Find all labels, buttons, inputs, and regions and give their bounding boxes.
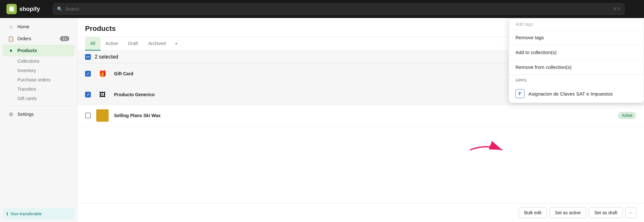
sidebar-label-products: Products: [17, 48, 37, 53]
search-shortcut: ⌘ K: [613, 7, 620, 11]
product-thumb-ski-wax: [96, 109, 109, 122]
apps-section-label: APPS: [509, 75, 644, 85]
add-tags-label: Add tags: [515, 22, 533, 27]
dropdown-item-app[interactable]: F Asignacion de Claves SAT e Impuestos: [509, 85, 644, 103]
dropdown-item-add-collection[interactable]: Add to collection(s): [509, 45, 644, 60]
dropdown-item-remove-tags[interactable]: Remove tags: [509, 30, 644, 45]
sidebar-label-orders: Orders: [17, 36, 31, 41]
status-badge-ski-wax: Active: [618, 112, 636, 119]
gift-cards-label: Gift cards: [17, 96, 37, 101]
app-icon-letter: F: [519, 91, 522, 96]
search-input[interactable]: [65, 6, 610, 12]
tab-add-button[interactable]: +: [171, 38, 182, 49]
products-icon: ●: [8, 47, 14, 54]
arrow-indicator: [467, 140, 505, 161]
main-layout: ⌂ Home 📋 Orders 11 ● Products Collection…: [0, 18, 644, 222]
selected-count: 2 selected: [95, 54, 118, 60]
product-name-ski-wax[interactable]: Selling Plans Ski Wax: [114, 113, 613, 118]
product-thumb-gift-card: 🎁: [96, 67, 109, 80]
app-item-label: Asignacion de Claves SAT e Impuestos: [528, 91, 613, 97]
sidebar-label-home: Home: [17, 24, 29, 29]
topbar: shopify 🔍 ⌘ K: [0, 0, 644, 18]
shopify-logo: shopify: [6, 4, 40, 14]
remove-collection-label: Remove from collection(s): [515, 64, 572, 70]
sidebar-item-gift-cards[interactable]: Gift cards: [3, 94, 74, 103]
remove-tags-label: Remove tags: [515, 35, 544, 40]
product-checkbox-generico[interactable]: [85, 92, 91, 97]
non-transferable-label: Non-transferable: [11, 211, 42, 216]
dropdown-menu: Add tags Remove tags Add to collection(s…: [509, 18, 644, 103]
settings-label: Settings: [17, 112, 34, 117]
sidebar-bottom: ℹ Non-transferable: [0, 206, 77, 222]
sidebar-item-orders[interactable]: 📋 Orders 11: [3, 33, 74, 44]
inventory-label: Inventory: [17, 68, 36, 73]
sidebar-item-home[interactable]: ⌂ Home: [3, 21, 74, 32]
set-active-button[interactable]: Set as active: [550, 207, 586, 218]
info-icon: ℹ: [6, 211, 8, 216]
tab-active[interactable]: Active: [101, 37, 123, 51]
more-options-button[interactable]: ···: [625, 207, 636, 218]
non-transferable-banner: ℹ Non-transferable: [3, 208, 74, 219]
sidebar-item-inventory[interactable]: Inventory: [3, 66, 74, 75]
content-area: Products All Active Draft Archived + 2 s…: [77, 18, 644, 222]
app-icon: F: [515, 89, 524, 98]
action-bar: Bulk edit Set as active Set as draft ···: [77, 203, 644, 222]
tab-all[interactable]: All: [85, 37, 101, 51]
set-draft-button[interactable]: Set as draft: [589, 207, 623, 218]
orders-badge: 11: [60, 36, 69, 41]
home-icon: ⌂: [8, 23, 14, 30]
tab-draft[interactable]: Draft: [123, 37, 143, 51]
sidebar-nav: ⌂ Home 📋 Orders 11 ● Products Collection…: [0, 18, 77, 206]
product-checkbox-ski-wax[interactable]: [85, 113, 91, 118]
collections-label: Collections: [17, 59, 39, 64]
table-row: Selling Plans Ski Wax Active: [77, 105, 644, 126]
sidebar-item-purchase-orders[interactable]: Purchase orders: [3, 75, 74, 84]
bulk-edit-button[interactable]: Bulk edit: [519, 207, 547, 218]
sidebar-divider: [5, 106, 72, 106]
shopify-logo-icon: [6, 4, 17, 14]
dropdown-item-add-tags[interactable]: Add tags: [509, 18, 644, 30]
settings-icon: ⚙: [8, 111, 14, 117]
purchase-orders-label: Purchase orders: [17, 77, 51, 82]
search-icon: 🔍: [57, 6, 62, 12]
product-thumb-generico: 🖼: [96, 88, 109, 101]
sidebar-item-collections[interactable]: Collections: [3, 57, 74, 66]
logo-text: shopify: [19, 6, 40, 13]
select-all-checkbox[interactable]: [85, 54, 91, 60]
transfers-label: Transfers: [17, 87, 36, 92]
tab-archived[interactable]: Archived: [143, 37, 171, 51]
orders-icon: 📋: [8, 35, 14, 42]
sidebar-item-settings[interactable]: ⚙ Settings: [3, 108, 74, 120]
dropdown-item-remove-collection[interactable]: Remove from collection(s): [509, 60, 644, 75]
sidebar-item-products[interactable]: ● Products: [3, 45, 74, 56]
product-checkbox-gift-card[interactable]: [85, 71, 91, 77]
add-collection-label: Add to collection(s): [515, 50, 557, 55]
sidebar-item-transfers[interactable]: Transfers: [3, 85, 74, 94]
search-bar[interactable]: 🔍 ⌘ K: [53, 3, 625, 15]
sidebar: ⌂ Home 📋 Orders 11 ● Products Collection…: [0, 18, 77, 222]
